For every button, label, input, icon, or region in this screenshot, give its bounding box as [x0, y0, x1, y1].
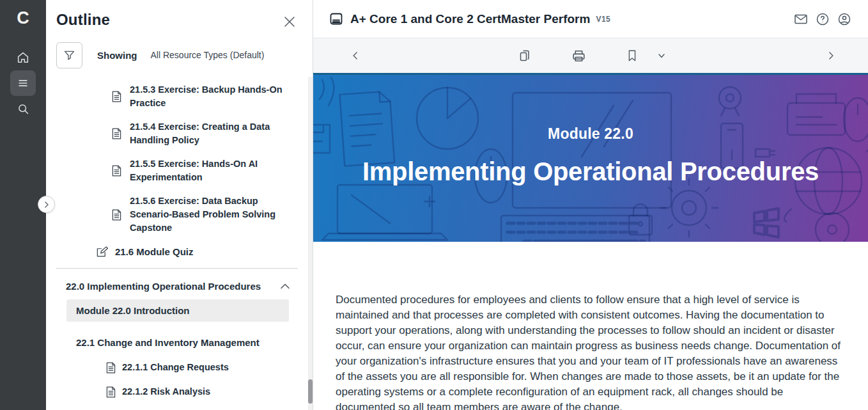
previous-page-button[interactable] [344, 44, 367, 67]
document-icon [106, 362, 116, 374]
mail-icon [793, 12, 809, 27]
document-icon [112, 209, 121, 221]
lesson-paragraph: Documented procedures for employees and … [336, 292, 842, 410]
outline-scrollbar-track[interactable] [308, 77, 313, 410]
outline-item-label: 22.1.1 Change Requests [122, 361, 229, 374]
outline-tree: 21.5.3 Exercise: Backup Hands-On Practic… [46, 83, 313, 398]
outline-item-label: 21.5.3 Exercise: Backup Hands-On Practic… [130, 83, 290, 110]
lesson-content: Documented procedures for employees and … [313, 242, 868, 410]
chevron-left-icon [349, 49, 362, 62]
outline-item-21-5-5[interactable]: 21.5.5 Exercise: Hands-On AI Experimenta… [112, 157, 313, 184]
app-window: C Outline [0, 0, 868, 410]
outline-section-22-0[interactable]: 22.0 Implementing Operational Procedures [66, 280, 290, 293]
copy-button[interactable] [513, 44, 536, 67]
search-button[interactable] [10, 96, 36, 122]
user-icon [837, 12, 852, 27]
filter-showing-label: Showing [97, 50, 137, 61]
outline-item-label: 21.6 Module Quiz [115, 245, 194, 258]
reader-toolbar [313, 38, 868, 75]
print-button[interactable] [567, 44, 590, 67]
home-icon [16, 51, 30, 65]
comptia-logo: C [0, 0, 46, 36]
outline-section-label: 22.0 Implementing Operational Procedures [66, 280, 261, 293]
quiz-pencil-icon [96, 246, 108, 258]
document-icon [112, 91, 121, 102]
chevron-up-icon [281, 283, 290, 289]
chevron-right-icon [43, 201, 50, 208]
close-outline-button[interactable] [283, 15, 296, 28]
outline-scrollbar-thumb[interactable] [308, 379, 313, 404]
filter-current-value: All Resource Types (Default) [151, 50, 265, 60]
outline-item-21-5-3[interactable]: 21.5.3 Exercise: Backup Hands-On Practic… [112, 83, 313, 110]
document-icon [112, 165, 121, 177]
outline-item-label: Module 22.0 Introduction [76, 305, 190, 316]
course-book-icon [329, 12, 344, 27]
help-icon [815, 12, 830, 27]
main-content-area: A+ Core 1 and Core 2 CertMaster Perform … [313, 0, 868, 410]
outline-item-21-6-quiz[interactable]: 21.6 Module Quiz [96, 245, 313, 258]
next-page-button[interactable] [819, 44, 842, 67]
filter-funnel-icon [63, 49, 76, 62]
hamburger-icon [17, 77, 29, 90]
bookmark-button[interactable] [621, 44, 644, 67]
printer-icon [571, 48, 587, 64]
document-icon [106, 386, 116, 398]
outline-item-22-1-1[interactable]: 22.1.1 Change Requests [106, 361, 313, 374]
filter-button[interactable] [56, 42, 82, 68]
document-icon [112, 128, 121, 139]
panel-collapse-button[interactable] [38, 196, 55, 213]
outline-menu-button[interactable] [10, 70, 36, 96]
outline-item-label: 21.5.5 Exercise: Hands-On AI Experimenta… [130, 157, 290, 184]
outline-item-label: 22.1.2 Risk Analysis [122, 385, 210, 398]
chevron-down-icon [657, 51, 666, 60]
outline-item-label: 21.5.6 Exercise: Data Backup Scenario-Ba… [130, 194, 290, 235]
outline-item-label: 22.1 Change and Inventory Management [76, 337, 260, 348]
outline-panel: Outline Showing All Resource Types (Defa… [46, 0, 313, 410]
outline-item-module-22-0-introduction[interactable]: Module 22.0 Introduction [66, 299, 289, 322]
messages-button[interactable] [790, 8, 812, 30]
bookmark-icon [625, 49, 639, 63]
copy-icon [517, 48, 532, 63]
chevron-right-icon [825, 49, 837, 62]
course-version-badge: V15 [596, 15, 610, 24]
outline-item-22-1-2[interactable]: 22.1.2 Risk Analysis [106, 385, 313, 398]
search-icon [17, 102, 30, 116]
outline-panel-title: Outline [56, 11, 302, 29]
help-button[interactable] [812, 8, 833, 30]
outline-item-label: 21.5.4 Exercise: Creating a Data Handlin… [130, 120, 290, 147]
course-title: A+ Core 1 and Core 2 CertMaster Perform [350, 12, 590, 26]
outline-item-21-5-6[interactable]: 21.5.6 Exercise: Data Backup Scenario-Ba… [112, 194, 313, 235]
bookmark-menu-button[interactable] [650, 44, 673, 67]
module-banner: Module 22.0 Implementing Operational Pro… [313, 75, 868, 242]
account-button[interactable] [833, 8, 855, 30]
section-divider [56, 268, 298, 269]
banner-module-label: Module 22.0 [548, 125, 633, 143]
close-icon [283, 15, 296, 28]
outline-item-21-5-4[interactable]: 21.5.4 Exercise: Creating a Data Handlin… [112, 120, 313, 147]
course-header: A+ Core 1 and Core 2 CertMaster Perform … [313, 0, 868, 38]
banner-module-title: Implementing Operational Procedures [362, 157, 819, 186]
outline-item-22-1[interactable]: 22.1 Change and Inventory Management [76, 336, 313, 349]
home-button[interactable] [10, 45, 36, 70]
